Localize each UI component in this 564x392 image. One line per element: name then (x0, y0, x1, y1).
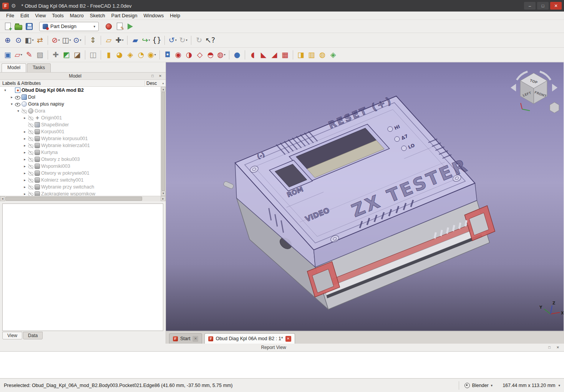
close-panel-button[interactable] (555, 345, 561, 350)
dropdown-arrow-icon[interactable] (175, 38, 177, 42)
tree-item[interactable]: Dol (0, 94, 161, 101)
shape-binder-button[interactable]: ◩ (61, 50, 72, 60)
menu-tools[interactable]: Tools (49, 12, 66, 19)
float-panel-button[interactable] (546, 345, 552, 350)
macro-edit-button[interactable] (114, 21, 125, 32)
tree-item[interactable]: Kurtyna (0, 149, 161, 156)
tree-item[interactable]: Wybranie przy switchach (0, 184, 161, 190)
tree-item[interactable]: Obud Diag Kpl 06A mod B2 (0, 87, 161, 94)
redo-button[interactable]: ↻ (178, 35, 189, 46)
visibility-eye-icon[interactable] (15, 95, 20, 100)
mirrored-button[interactable]: ◨ (295, 50, 306, 60)
scrollbar-thumb[interactable] (5, 197, 142, 201)
dropdown-arrow-icon[interactable] (21, 53, 22, 56)
visibility-eye-icon[interactable] (28, 143, 33, 148)
chamfer-button[interactable]: ◣ (258, 50, 269, 60)
close-button[interactable] (550, 2, 562, 10)
minimize-button[interactable] (524, 2, 536, 10)
visibility-eye-icon[interactable] (28, 122, 33, 127)
dropdown-arrow-icon[interactable] (154, 53, 156, 56)
macro-play-button[interactable] (125, 21, 136, 32)
tree-horizontal-scrollbar[interactable] (0, 196, 166, 201)
expand-arrow-icon[interactable] (3, 88, 7, 92)
open-document-button[interactable] (13, 21, 24, 32)
menu-help[interactable]: Help (167, 12, 183, 19)
maximize-button[interactable] (537, 2, 549, 10)
fillet-button[interactable]: ◖ (247, 50, 258, 60)
new-document-button[interactable] (2, 21, 13, 32)
tree-vertical-scrollbar[interactable] (161, 87, 166, 196)
scroll-up-icon[interactable] (161, 87, 166, 92)
tab-view[interactable]: View (2, 332, 22, 339)
navigation-style-selector[interactable]: Blender (459, 381, 493, 390)
expand-arrow-icon[interactable] (23, 178, 27, 182)
visibility-eye-icon[interactable] (28, 185, 33, 190)
tree-item[interactable]: Korpus001 (0, 128, 161, 135)
clone-button[interactable]: ◫ (88, 50, 98, 60)
tab-tasks[interactable]: Tasks (27, 63, 51, 72)
visibility-eye-icon[interactable] (28, 164, 33, 169)
draw-style-button[interactable]: ◫ (61, 35, 72, 46)
chevron-down-icon[interactable] (558, 384, 560, 387)
visibility-eye-icon[interactable] (22, 109, 27, 114)
tree-item[interactable]: Gora (0, 108, 161, 114)
expand-arrow-icon[interactable] (23, 157, 27, 161)
save-document-button[interactable] (24, 21, 35, 32)
tab-close-button[interactable] (192, 336, 198, 342)
menu-sketch[interactable]: Sketch (87, 12, 108, 19)
menu-file[interactable]: File (3, 12, 17, 19)
expand-arrow-icon[interactable] (23, 116, 27, 120)
visibility-eye-icon[interactable] (28, 129, 33, 134)
whatsthis-button[interactable]: ↖? (204, 35, 216, 46)
hole-button[interactable]: ◉ (173, 50, 184, 60)
thickness-button[interactable]: ▦ (280, 50, 290, 60)
visibility-eye-icon[interactable] (15, 102, 20, 107)
expand-arrow-icon[interactable] (23, 164, 27, 168)
menu-edit[interactable]: Edit (17, 12, 32, 19)
refresh-button[interactable]: ↻ (194, 35, 204, 46)
dropdown-arrow-icon[interactable] (32, 38, 33, 42)
dropdown-arrow-icon[interactable] (122, 38, 123, 42)
boolean-button[interactable]: ● (232, 50, 242, 60)
visibility-eye-icon[interactable] (28, 157, 33, 162)
tree-item[interactable]: Gora plus napisy (0, 101, 161, 108)
additive-loft-button[interactable]: ◈ (125, 50, 136, 60)
macro-record-button[interactable] (103, 21, 114, 32)
dropdown-arrow-icon[interactable] (224, 53, 226, 56)
sync-view-button[interactable]: ⇄ (35, 35, 45, 46)
tree-item[interactable]: Wybranie korpusu001 (0, 135, 161, 142)
undo-button[interactable]: ↺ (167, 35, 178, 46)
fit-selection-button[interactable]: ⊙ (13, 35, 24, 46)
subtractive-pipe-button[interactable]: ◓ (205, 50, 216, 60)
create-body-button[interactable]: ▣ (2, 50, 13, 60)
pad-button[interactable]: ▮ (103, 50, 114, 60)
scroll-up-icon[interactable] (161, 81, 166, 85)
visibility-eye-icon[interactable] (28, 116, 33, 121)
multitransform-button[interactable]: ◈ (328, 50, 338, 60)
view-cube-button[interactable]: ◧ (24, 35, 35, 46)
tree-item[interactable]: ShapeBinder (0, 121, 161, 128)
tree-item[interactable]: Otwory w pokrywie001 (0, 170, 161, 177)
tree-item[interactable]: Otwory z boku003 (0, 156, 161, 163)
dropdown-arrow-icon[interactable] (58, 38, 60, 42)
tree-item[interactable]: Kolnierz switchy001 (0, 177, 161, 184)
menu-part-design[interactable]: Part Design (108, 12, 141, 19)
workbench-selector[interactable]: Part Design (39, 22, 99, 31)
linear-pattern-button[interactable]: ▥ (306, 50, 317, 60)
expand-arrow-icon[interactable] (10, 95, 14, 99)
clip-plane-button[interactable]: ⊘ (50, 35, 61, 46)
3d-viewport[interactable]: (-) RESET (+) ROM VIDEO ZX TESTER HI Δ7 … (166, 62, 564, 331)
expand-arrow-icon[interactable] (23, 192, 27, 196)
expand-arrow-icon[interactable] (23, 171, 27, 175)
groove-button[interactable]: ◑ (184, 50, 194, 60)
create-datum-button[interactable]: ✚ (50, 50, 61, 60)
draft-button[interactable]: ◢ (269, 50, 280, 60)
expression-button[interactable]: {} (151, 35, 162, 46)
expand-arrow-icon[interactable] (23, 130, 27, 134)
menu-macro[interactable]: Macro (67, 12, 87, 19)
expand-arrow-icon[interactable] (16, 109, 20, 113)
expand-arrow-icon[interactable] (23, 137, 27, 141)
expand-arrow-icon[interactable] (23, 151, 27, 154)
polar-pattern-button[interactable]: ◍ (317, 50, 328, 60)
viewport-canvas[interactable]: (-) RESET (+) ROM VIDEO ZX TESTER HI Δ7 … (166, 62, 564, 331)
